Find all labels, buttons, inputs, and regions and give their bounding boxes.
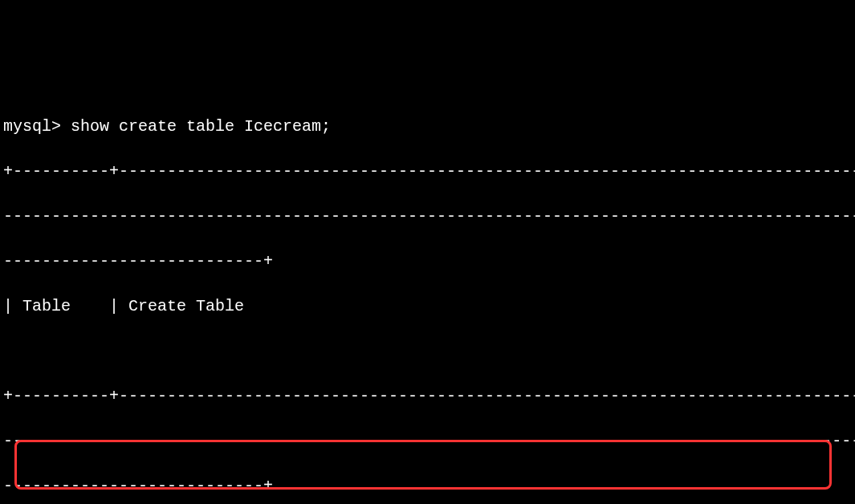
divider: ----------------------------------------…	[3, 205, 852, 228]
prompt-line: mysql> show create table Icecream;	[3, 116, 852, 138]
terminal-output: mysql> show create table Icecream; +----…	[3, 93, 852, 504]
divider: +----------+----------------------------…	[3, 385, 852, 408]
table-header: | Table | Create Table	[3, 295, 852, 318]
divider: +----------+----------------------------…	[3, 161, 852, 183]
divider: ---------------------------+	[3, 475, 852, 498]
divider: ----------------------------------------…	[3, 430, 852, 453]
divider: ---------------------------+	[3, 250, 852, 273]
